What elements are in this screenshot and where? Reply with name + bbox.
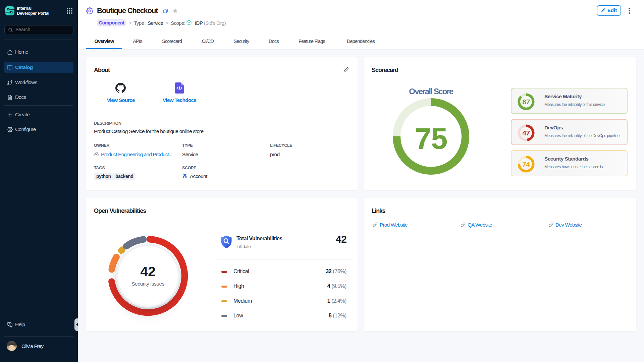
svg-text:?: ? [9, 322, 10, 325]
